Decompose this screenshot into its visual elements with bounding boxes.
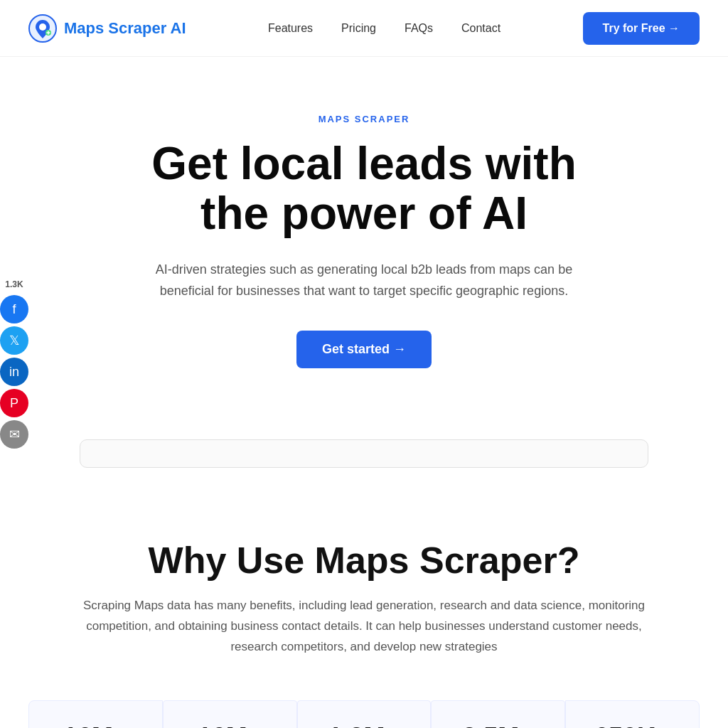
nav-faqs[interactable]: FAQs bbox=[405, 22, 433, 35]
social-sidebar: 1.3K f 𝕏 in P ✉ bbox=[0, 274, 28, 454]
try-free-button[interactable]: Try for Free → bbox=[583, 12, 700, 45]
nav-logo[interactable]: Maps Scraper AI bbox=[28, 14, 186, 43]
linkedin-share-button[interactable]: in bbox=[0, 358, 28, 386]
hero-section: MAPS SCRAPER Get local leads with the po… bbox=[44, 57, 684, 411]
nav-features[interactable]: Features bbox=[268, 22, 313, 35]
get-started-button[interactable]: Get started → bbox=[296, 331, 432, 368]
stat-card-2: 1.3M+ Leads bbox=[297, 700, 432, 728]
browser-bar bbox=[80, 439, 648, 468]
stats-grid: 16M+ Data Points 16M+ Data Points 1.3M+ … bbox=[28, 700, 700, 728]
stat-value-2: 1.3M+ bbox=[312, 722, 417, 728]
stat-value-0: 16M+ bbox=[43, 722, 148, 728]
stat-value-4: 650K+ bbox=[580, 722, 685, 728]
social-count: 1.3K bbox=[5, 279, 23, 289]
pinterest-share-button[interactable]: P bbox=[0, 389, 28, 417]
nav-pricing[interactable]: Pricing bbox=[341, 22, 376, 35]
hero-title: Get local leads with the power of AI bbox=[73, 139, 655, 239]
stat-card-0: 16M+ Data Points bbox=[28, 700, 163, 728]
logo-text: Maps Scraper AI bbox=[64, 19, 186, 38]
why-section: Why Use Maps Scraper? Scraping Maps data… bbox=[0, 482, 728, 728]
stat-card-1: 16M+ Data Points bbox=[163, 700, 297, 728]
stat-card-4: 650K+ Contacts bbox=[565, 700, 700, 728]
logo-icon bbox=[28, 14, 57, 43]
svg-point-1 bbox=[39, 23, 46, 31]
nav-links: Features Pricing FAQs Contact bbox=[268, 22, 500, 35]
hero-subtitle: AI-driven strategies such as generating … bbox=[136, 259, 592, 302]
navbar: Maps Scraper AI Features Pricing FAQs Co… bbox=[0, 0, 728, 57]
why-title: Why Use Maps Scraper? bbox=[28, 539, 700, 582]
stat-value-3: 2.5M+ bbox=[446, 722, 550, 728]
nav-contact[interactable]: Contact bbox=[461, 22, 500, 35]
facebook-share-button[interactable]: f bbox=[0, 295, 28, 323]
stat-card-3: 2.5M+ Records bbox=[431, 700, 565, 728]
why-description: Scraping Maps data has many benefits, in… bbox=[80, 596, 648, 658]
hero-tag: MAPS SCRAPER bbox=[73, 114, 655, 124]
stat-value-1: 16M+ bbox=[178, 722, 282, 728]
email-share-button[interactable]: ✉ bbox=[0, 420, 28, 449]
twitter-share-button[interactable]: 𝕏 bbox=[0, 326, 28, 355]
